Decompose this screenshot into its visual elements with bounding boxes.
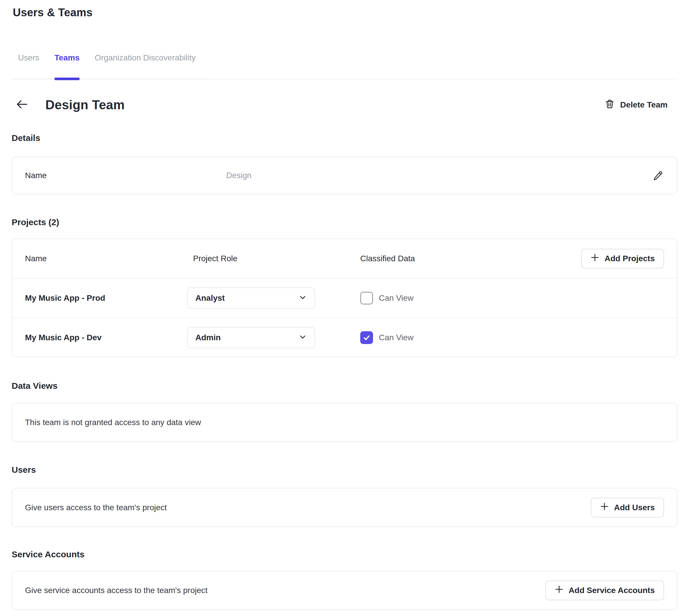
pencil-icon xyxy=(652,169,664,182)
add-users-button[interactable]: Add Users xyxy=(591,498,664,518)
tab-users[interactable]: Users xyxy=(18,53,39,79)
users-heading: Users xyxy=(12,465,678,475)
users-teams-page: Users & Teams Users Teams Organization D… xyxy=(0,5,685,610)
add-projects-button[interactable]: Add Projects xyxy=(581,249,664,268)
projects-table: Name Project Role Classified Data Add Pr… xyxy=(12,239,678,357)
column-header-classified-data: Classified Data xyxy=(350,254,581,263)
add-users-label: Add Users xyxy=(614,503,655,512)
add-projects-label: Add Projects xyxy=(604,254,655,263)
plus-icon xyxy=(600,502,609,513)
can-view-label: Can View xyxy=(379,293,413,303)
project-name: My Music App - Prod xyxy=(25,293,187,303)
checkmark-icon xyxy=(362,333,371,342)
add-service-accounts-label: Add Service Accounts xyxy=(569,586,655,595)
plus-icon xyxy=(555,585,563,596)
team-title: Design Team xyxy=(45,97,125,113)
project-role-cell: Admin xyxy=(187,327,350,348)
tab-list: Users Teams Organization Discoverability xyxy=(12,53,209,79)
data-views-card: This team is not granted access to any d… xyxy=(12,403,678,442)
delete-team-label: Delete Team xyxy=(620,100,667,110)
project-role-select[interactable]: Analyst xyxy=(187,287,315,309)
classified-data-cell: Can View xyxy=(350,331,664,344)
project-name: My Music App - Dev xyxy=(25,333,187,342)
data-views-empty-text: This team is not granted access to any d… xyxy=(25,418,201,427)
chevron-down-icon xyxy=(298,293,307,303)
projects-header-row: Name Project Role Classified Data Add Pr… xyxy=(12,239,677,278)
project-role-value: Admin xyxy=(195,333,221,342)
details-heading: Details xyxy=(12,133,678,143)
can-view-checkbox[interactable] xyxy=(360,331,373,344)
table-row-project-dev: My Music App - Dev Admin Can View xyxy=(12,317,677,357)
users-card: Give users access to the team's project … xyxy=(12,488,678,527)
users-description: Give users access to the team's project xyxy=(25,503,167,512)
back-button[interactable] xyxy=(15,98,28,112)
name-label: Name xyxy=(25,171,226,180)
data-views-heading: Data Views xyxy=(12,381,678,391)
service-accounts-heading: Service Accounts xyxy=(12,549,678,559)
chevron-down-icon xyxy=(298,333,307,343)
team-header: Design Team Delete Team xyxy=(12,97,678,113)
service-accounts-card: Give service accounts access to the team… xyxy=(12,571,678,610)
details-card: Name Design xyxy=(12,157,678,194)
team-name-value: Design xyxy=(226,171,252,180)
page-title: Users & Teams xyxy=(13,5,678,20)
project-role-select[interactable]: Admin xyxy=(187,327,315,348)
can-view-label: Can View xyxy=(379,333,413,342)
column-header-project-role: Project Role xyxy=(187,254,350,263)
arrow-left-icon xyxy=(15,97,28,112)
table-row-project-prod: My Music App - Prod Analyst Can View xyxy=(12,278,677,317)
classified-data-cell: Can View xyxy=(350,292,664,305)
edit-name-button[interactable] xyxy=(652,169,664,182)
add-service-accounts-button[interactable]: Add Service Accounts xyxy=(545,580,664,600)
tab-teams[interactable]: Teams xyxy=(55,53,80,79)
delete-team-button[interactable]: Delete Team xyxy=(604,99,667,111)
project-role-cell: Analyst xyxy=(187,287,350,309)
project-role-value: Analyst xyxy=(195,293,225,303)
column-header-name: Name xyxy=(25,254,187,263)
tab-bar: Users Teams Organization Discoverability xyxy=(12,53,678,79)
plus-icon xyxy=(591,253,599,264)
service-accounts-description: Give service accounts access to the team… xyxy=(25,586,208,595)
trash-icon xyxy=(604,99,615,111)
tab-organization-discoverability[interactable]: Organization Discoverability xyxy=(95,53,196,79)
projects-heading: Projects (2) xyxy=(12,217,678,227)
can-view-checkbox[interactable] xyxy=(360,292,373,305)
